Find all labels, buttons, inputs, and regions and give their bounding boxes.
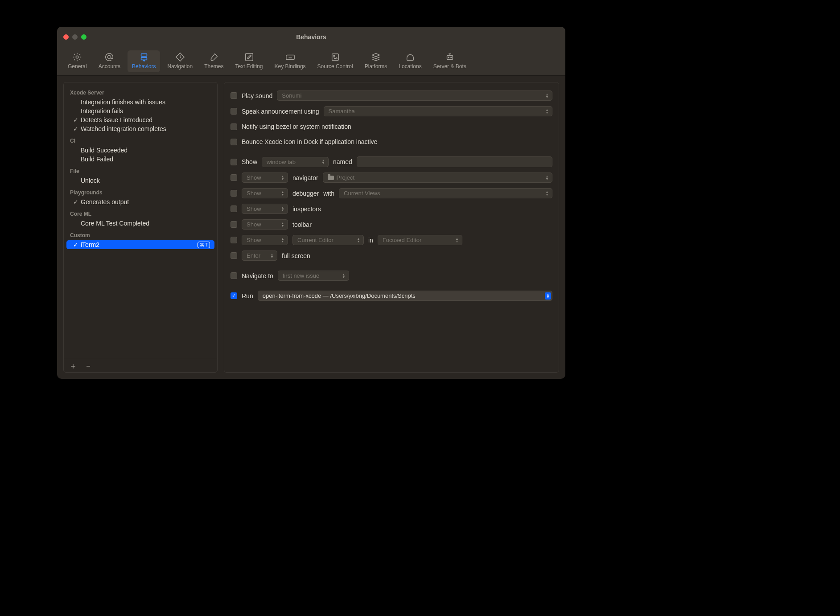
chevron-updown-icon: ▲▼ (544, 93, 550, 99)
checkbox-notify[interactable] (231, 123, 237, 130)
svg-point-1 (108, 55, 111, 58)
sidebar-item[interactable]: ✓Generates output (64, 197, 217, 206)
select-navigate-value[interactable]: first new issue ▲▼ (278, 271, 349, 281)
sidebar-item[interactable]: Build Succeeded (64, 146, 217, 155)
sidebar-footer: ＋ － (64, 359, 217, 372)
select-value: window tab (267, 159, 296, 165)
preferences-window: Behaviors General Accounts Behaviors Nav… (57, 27, 565, 379)
sidebar-item-label: Unlock (81, 177, 213, 184)
checkmark-icon: ✓ (73, 241, 79, 248)
sidebar-item-iterm2[interactable]: ✓ iTerm2 ⌘T (66, 240, 214, 249)
select-editor-value1[interactable]: Current Editor ▲▼ (292, 235, 364, 245)
tab-themes[interactable]: Themes (200, 50, 228, 72)
tab-server-bots[interactable]: Server & Bots (429, 50, 471, 72)
svg-point-7 (333, 55, 334, 57)
sidebar-item[interactable]: Build Failed (64, 155, 217, 164)
checkbox-run[interactable]: ✓ (231, 292, 237, 299)
chevron-updown-icon: ▲▼ (454, 238, 460, 243)
select-voice[interactable]: Samantha ▲▼ (324, 106, 552, 116)
sidebar-item[interactable]: Integration finishes with issues (64, 98, 217, 107)
select-value: Show (247, 237, 261, 243)
select-value: Show (247, 205, 261, 212)
svg-rect-3 (141, 57, 147, 60)
tab-behaviors[interactable]: Behaviors (128, 50, 160, 72)
behavior-detail: Play sound Sonumi ▲▼ Speak announcement … (224, 82, 559, 373)
keyboard-shortcut: ⌘T (198, 242, 210, 248)
tab-key-bindings[interactable]: Key Bindings (270, 50, 310, 72)
checkbox-editor[interactable] (231, 237, 237, 243)
select-editor-action[interactable]: Show ▲▼ (242, 235, 288, 245)
checkmark-icon: ✓ (73, 116, 79, 123)
checkbox-show-tab[interactable] (231, 159, 237, 165)
main-content: Xcode Server Integration finishes with i… (57, 76, 565, 379)
label-named: named (333, 158, 352, 165)
checkbox-play-sound[interactable] (231, 92, 237, 99)
checkmark-icon: ✓ (73, 198, 79, 205)
tab-label: Behaviors (132, 63, 156, 70)
select-sound[interactable]: Sonumi ▲▼ (277, 90, 552, 101)
select-fullscreen-action[interactable]: Enter ▲▼ (242, 251, 277, 261)
row-speak: Speak announcement using Samantha ▲▼ (231, 103, 552, 119)
input-tab-name[interactable] (357, 156, 552, 167)
sidebar-scroll[interactable]: Xcode Server Integration finishes with i… (64, 82, 217, 359)
tab-general[interactable]: General (63, 50, 91, 72)
tab-locations[interactable]: Locations (394, 50, 426, 72)
checkbox-navigator[interactable] (231, 174, 237, 181)
sidebar-item[interactable]: Core ML Test Completed (64, 219, 217, 228)
add-button[interactable]: ＋ (69, 361, 77, 371)
select-debugger-value[interactable]: Current Views ▲▼ (339, 188, 552, 198)
sidebar-item-label: Build Failed (81, 156, 213, 163)
select-toolbar-action[interactable]: Show ▲▼ (242, 219, 288, 230)
titlebar: Behaviors (57, 27, 565, 47)
window-title: Behaviors (57, 33, 565, 41)
tab-accounts[interactable]: Accounts (94, 50, 125, 72)
group-playgrounds: Playgrounds (64, 185, 217, 197)
tab-label: Locations (399, 63, 421, 70)
sidebar-item-label: Watched integration completes (81, 125, 213, 132)
checkbox-debugger[interactable] (231, 190, 237, 197)
label-navigate: Navigate to (242, 272, 273, 279)
select-navigator-action[interactable]: Show ▲▼ (242, 172, 288, 183)
tab-label: Source Control (317, 63, 353, 70)
tab-label: Text Editing (235, 63, 263, 70)
chevron-updown-icon: ▲▼ (280, 206, 286, 212)
select-value: open-iterm-from-xcode — /Users/yxibng/Do… (263, 292, 416, 299)
checkbox-navigate[interactable] (231, 272, 237, 279)
row-fullscreen: Enter ▲▼ full screen (231, 248, 552, 263)
group-custom: Custom (64, 228, 217, 240)
label-notify: Notify using bezel or system notificatio… (242, 123, 351, 130)
checkbox-bounce[interactable] (231, 139, 237, 145)
row-toolbar: Show ▲▼ toolbar (231, 217, 552, 232)
sidebar-item[interactable]: Integration fails (64, 107, 217, 115)
select-inspectors-action[interactable]: Show ▲▼ (242, 204, 288, 214)
sidebar-item-label: iTerm2 (81, 241, 196, 248)
select-navigator-value[interactable]: Project ▲▼ (323, 172, 552, 183)
sidebar-item[interactable]: Unlock (64, 176, 217, 185)
tab-text-editing[interactable]: Text Editing (231, 50, 268, 72)
behaviors-icon (139, 52, 149, 62)
select-editor-value2[interactable]: Focused Editor ▲▼ (378, 235, 462, 245)
checkbox-toolbar[interactable] (231, 221, 237, 228)
row-bounce: Bounce Xcode icon in Dock if application… (231, 134, 552, 149)
sidebar-item[interactable]: ✓Detects issue I introduced (64, 115, 217, 124)
select-window-tab[interactable]: window tab ▲▼ (262, 157, 329, 167)
sidebar-item-label: Detects issue I introduced (81, 116, 213, 123)
label-in: in (368, 237, 373, 244)
stack-icon (371, 52, 381, 62)
select-run-script[interactable]: open-iterm-from-xcode — /Users/yxibng/Do… (258, 291, 552, 301)
tab-navigation[interactable]: Navigation (163, 50, 197, 72)
tab-label: Platforms (365, 63, 387, 70)
sidebar-item[interactable]: ✓Watched integration completes (64, 124, 217, 133)
checkbox-inspectors[interactable] (231, 205, 237, 212)
tab-source-control[interactable]: Source Control (313, 50, 358, 72)
checkbox-fullscreen[interactable] (231, 252, 237, 259)
chevron-updown-icon: ▲▼ (341, 273, 347, 279)
diamond-icon (175, 52, 185, 62)
checkbox-speak[interactable] (231, 108, 237, 115)
sidebar-item-label: Integration finishes with issues (81, 99, 213, 106)
group-file: File (64, 164, 217, 176)
row-play-sound: Play sound Sonumi ▲▼ (231, 88, 552, 103)
tab-platforms[interactable]: Platforms (360, 50, 392, 72)
remove-button[interactable]: － (84, 361, 92, 371)
select-debugger-action[interactable]: Show ▲▼ (242, 188, 288, 198)
